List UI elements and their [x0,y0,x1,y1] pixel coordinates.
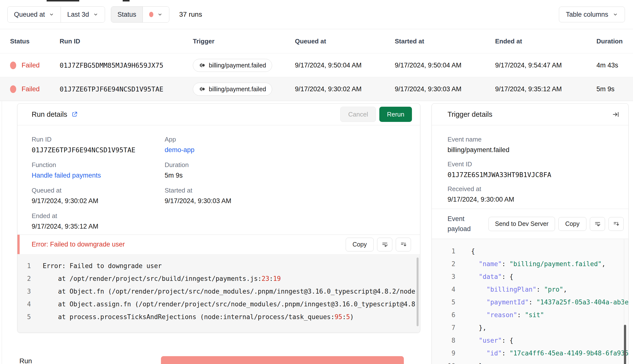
trigger-details-title: Trigger details [448,110,492,118]
line-number: 6 [444,311,455,318]
line-number: 2 [18,275,31,282]
run-id-value: 01J7ZE6TPJF6E94NCSD1V95TAE [32,146,165,154]
code-text: at /opt/render/project/src/build/inngest… [43,275,281,282]
event-icon [199,86,205,92]
line-number: 3 [444,273,455,280]
code-line: 1{ [432,245,628,258]
scroll-to-bottom-button[interactable] [608,217,624,231]
error-header: Error: Failed to downgrade user Copy [18,234,420,254]
wrap-text-button[interactable] [590,217,605,231]
code-text: }, [471,324,486,332]
trigger-pill[interactable]: billing/payment.failed [193,83,272,96]
queued-at-cell: 9/17/2024, 9:50:04 AM [295,62,395,69]
ended-at-label: Ended at [32,212,165,220]
scroll-to-bottom-button[interactable] [396,238,411,252]
status-filter-value[interactable] [142,6,169,22]
time-filter-group: Queued at Last 3d [7,6,105,22]
event-payload-json: 1{2 "name": "billing/payment.failed",3 "… [432,239,628,364]
code-text: at Object.assign.fn (/opt/render/project… [43,300,415,308]
code-line: 5 at process.processTicksAndRejections (… [18,310,420,323]
event-payload-label: Event payload [448,214,487,234]
received-at-field: Received at 9/17/2024, 9:30:00 AM [448,185,628,203]
duration-cell: 5m 9s [596,85,633,93]
code-line: 5 "paymentId": "1437a25f-05a3-404a-ab3e-… [432,296,628,308]
code-text: "billingPlan": "pro", [471,286,567,293]
cropped-tab-strip [123,0,130,2]
run-details-info: Run ID 01J7ZE6TPJF6E94NCSD1V95TAE App de… [18,125,420,234]
cancel-button[interactable]: Cancel [340,107,376,122]
code-line: 1Error: Failed to downgrade user [18,260,420,272]
chevron-down-icon [49,12,54,17]
code-text: "user": { [471,337,513,344]
copy-payload-button[interactable]: Copy [558,217,586,231]
event-icon [199,62,205,68]
code-text: "paymentId": "1437a25f-05a3-404a-ab3e-d4… [471,298,628,306]
time-range-filter[interactable]: Last 3d [60,6,105,22]
timeline-run-bar[interactable] [161,356,404,364]
code-text: "data": { [471,273,513,280]
code-text: Error: Failed to downgrade user [43,262,162,270]
status-filter-label-segment: Status [111,6,143,22]
duration-field: Duration 5m 9s [165,161,420,179]
event-name-field: Event name billing/payment.failed [448,136,628,154]
run-id-cell: 01J7ZFBG5DMM85MJA9H659JX75 [60,62,193,69]
line-number: 4 [18,300,31,308]
payload-scrollbar[interactable] [624,325,626,364]
column-header-status: Status [10,38,60,45]
code-line: 10 } [432,360,628,364]
runs-table: Status Run ID Trigger Queued at Started … [0,29,633,101]
line-number: 8 [444,337,455,344]
error-title: Error: Failed to downgrade user [32,240,125,248]
time-range-label: Last 3d [67,11,89,18]
error-stack-trace: 1Error: Failed to downgrade user2 at /op… [18,254,420,333]
wrap-text-icon [382,241,388,248]
app-link[interactable]: demo-app [165,146,420,154]
line-number: 9 [444,350,455,357]
app-field: App demo-app [165,136,420,154]
trigger-pill[interactable]: billing/payment.failed [193,59,272,72]
line-number: 2 [444,260,455,268]
table-row-selected[interactable]: Failed 01J7ZE6TPJF6E94NCSD1V95TAE billin… [0,77,633,101]
collapse-panel-icon[interactable] [612,111,619,118]
status-label: Failed [22,62,40,69]
app-label: App [165,136,420,143]
queued-at-filter-label: Queued at [14,11,45,18]
send-to-dev-server-button[interactable]: Send to Dev Server [488,217,555,231]
line-number: 5 [18,313,31,320]
duration-value: 5m 9s [165,172,420,179]
function-link[interactable]: Handle failed payments [32,172,165,179]
queued-at-filter[interactable]: Queued at [8,6,60,22]
lines-down-arrow-icon [400,241,407,248]
ended-at-cell: 9/17/2024, 9:54:47 AM [495,62,596,69]
chevron-down-icon [157,12,163,17]
run-id-field: Run ID 01J7ZE6TPJF6E94NCSD1V95TAE [32,136,165,154]
started-at-label: Started at [165,187,420,194]
ended-at-cell: 9/17/2024, 9:35:12 AM [495,85,596,93]
copy-error-button[interactable]: Copy [346,238,374,252]
code-text: at process.processTicksAndRejections (no… [43,313,354,320]
run-id-cell: 01J7ZE6TPJF6E94NCSD1V95TAE [60,85,193,93]
run-details-card: Run details Cancel Rerun Run ID 01J7ZE6T… [17,103,420,333]
event-id-label: Event ID [448,160,628,168]
table-row[interactable]: Failed 01J7ZFBG5DMM85MJA9H659JX75 billin… [0,53,633,77]
event-name-label: Event name [448,136,628,143]
wrap-text-button[interactable] [377,238,392,252]
status-filter-label: Status [118,11,136,18]
column-header-queued-at: Queued at [295,38,395,45]
code-text: "reason": "sit" [471,311,544,318]
column-header-ended-at: Ended at [495,38,596,45]
table-columns-button[interactable]: Table columns [559,6,625,22]
column-header-trigger: Trigger [193,38,295,45]
queued-at-field: Queued at 9/17/2024, 9:30:02 AM [32,187,165,205]
stack-trace-scrollbar[interactable] [416,258,418,326]
runs-count: 37 runs [179,10,202,18]
rerun-button[interactable]: Rerun [379,107,412,122]
timeline-run-label: Run [20,357,32,364]
code-line: 4 at Object.assign.fn (/opt/render/proje… [18,298,420,310]
received-at-value: 9/17/2024, 9:30:00 AM [448,196,628,203]
column-header-started-at: Started at [395,38,495,45]
code-line: 8 "user": { [432,334,628,347]
line-number: 1 [444,248,455,255]
external-link-icon[interactable] [72,111,78,117]
filter-bar: Queued at Last 3d Status 37 runs Table c… [0,0,633,29]
